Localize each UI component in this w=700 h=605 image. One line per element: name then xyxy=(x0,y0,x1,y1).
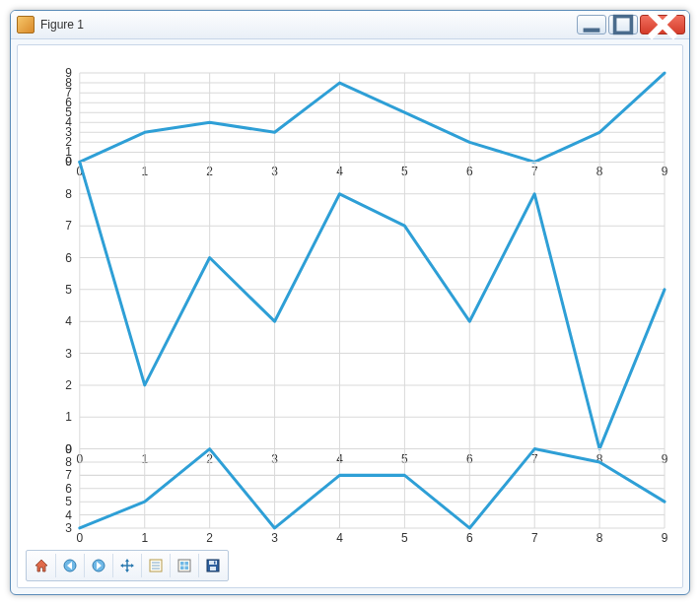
y-tick-label: 8 xyxy=(65,455,72,469)
svg-rect-83 xyxy=(210,567,216,571)
chart-canvas: 0123456789012345678901234567890123456789… xyxy=(26,53,674,548)
x-tick-label: 7 xyxy=(531,531,538,545)
matplotlib-toolbar xyxy=(26,550,229,581)
x-tick-label: 3 xyxy=(271,531,278,545)
app-icon xyxy=(17,16,35,34)
save-button[interactable] xyxy=(199,554,227,577)
y-tick-label: 8 xyxy=(65,187,72,201)
figure-window: Figure 1 0123456789012345678901234567890… xyxy=(10,10,690,595)
client-area: 0123456789012345678901234567890123456789… xyxy=(17,44,683,588)
window-title: Figure 1 xyxy=(40,18,577,32)
close-button[interactable] xyxy=(640,15,685,34)
svg-rect-84 xyxy=(214,562,216,565)
y-tick-label: 7 xyxy=(65,468,72,482)
svg-marker-61 xyxy=(35,560,47,571)
svg-marker-68 xyxy=(125,559,129,562)
x-tick-label: 6 xyxy=(466,531,473,545)
y-tick-label: 4 xyxy=(65,508,72,522)
series-line xyxy=(80,162,665,448)
svg-rect-77 xyxy=(180,562,184,566)
pan-button[interactable] xyxy=(113,554,142,577)
y-tick-label: 6 xyxy=(65,482,72,496)
svg-marker-70 xyxy=(120,564,123,568)
y-tick-label: 9 xyxy=(65,442,72,456)
x-tick-label: 4 xyxy=(336,531,343,545)
svg-rect-78 xyxy=(185,562,189,566)
svg-rect-76 xyxy=(178,560,190,571)
y-tick-label: 2 xyxy=(65,378,72,392)
back-button[interactable] xyxy=(56,554,85,577)
svg-rect-79 xyxy=(180,567,184,571)
y-tick-label: 1 xyxy=(65,410,72,424)
titlebar: Figure 1 xyxy=(11,11,689,39)
subplot-2[interactable]: 34567890123456789 xyxy=(65,442,667,545)
y-tick-label: 3 xyxy=(65,347,72,361)
y-tick-label: 5 xyxy=(65,495,72,508)
subplots-button[interactable] xyxy=(171,554,199,577)
x-tick-label: 8 xyxy=(596,531,603,545)
x-tick-label: 5 xyxy=(401,531,408,545)
x-tick-label: 9 xyxy=(662,531,668,545)
subplot-1[interactable]: 01234567890123456789 xyxy=(65,155,667,465)
y-tick-label: 6 xyxy=(65,250,72,264)
svg-marker-69 xyxy=(125,570,129,572)
y-tick-label: 3 xyxy=(65,521,72,535)
y-tick-label: 9 xyxy=(65,155,72,168)
maximize-button[interactable] xyxy=(608,15,638,34)
x-tick-label: 1 xyxy=(141,531,148,545)
plot-area: 0123456789012345678901234567890123456789… xyxy=(26,53,674,548)
forward-button[interactable] xyxy=(85,554,113,577)
svg-rect-80 xyxy=(185,567,189,571)
svg-rect-1 xyxy=(615,17,632,34)
x-tick-label: 0 xyxy=(77,531,84,545)
y-tick-label: 5 xyxy=(65,283,72,297)
svg-rect-82 xyxy=(209,561,217,565)
y-tick-label: 4 xyxy=(65,314,72,328)
y-tick-label: 9 xyxy=(65,66,72,80)
x-tick-label: 2 xyxy=(206,531,213,545)
minimize-button[interactable] xyxy=(577,15,606,34)
y-tick-label: 7 xyxy=(65,219,72,233)
svg-marker-71 xyxy=(131,564,134,568)
zoom-button[interactable] xyxy=(142,554,171,577)
series-line xyxy=(80,73,665,162)
home-button[interactable] xyxy=(28,554,56,577)
